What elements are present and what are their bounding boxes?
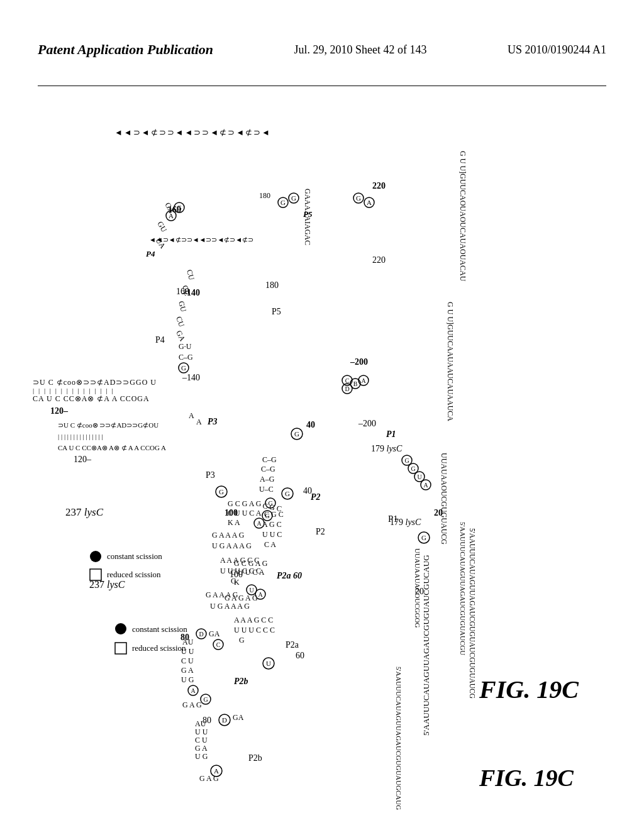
svg-text:D: D <box>345 385 349 392</box>
seq-100-lower: C U U C A <box>228 509 262 517</box>
svg-point-26 <box>90 551 101 562</box>
circ-p2a-2-t: A <box>258 591 263 598</box>
svg-text:G: G <box>411 465 415 472</box>
circ-junct-g-t: G <box>294 430 299 438</box>
publication-number: US 2010/0190244 A1 <box>508 43 606 57</box>
legend-group: constant scission reduced scission <box>90 551 162 580</box>
svg-text:◄◄⊃◄⊄⊃⊃◄◄⊃⊃◄⊄⊃◄⊄⊃◄: ◄◄⊃◄⊄⊃⊃◄◄⊃⊃◄⊄⊃◄⊄⊃◄ <box>114 128 271 137</box>
seq-left-bottom: CA U C CC⊗A⊗ ⊄A A CCOGA <box>33 394 150 403</box>
p2-seq-d: U–C <box>259 485 274 494</box>
header: Patent Application Publication Jul. 29, … <box>0 42 644 58</box>
diagram-wrapper: text { font-family: 'Times New Roman', s… <box>19 101 625 811</box>
label-237-lysc: 237 lysC <box>65 506 104 518</box>
svg-text:A: A <box>423 482 428 489</box>
p4-stem-7: C–G <box>179 353 193 362</box>
p4-stem-3: GU <box>177 300 188 313</box>
svg-text:A: A <box>367 199 372 206</box>
svg-text:G: G <box>291 194 296 202</box>
svg-rect-27 <box>90 569 101 580</box>
label-220: 220 <box>372 181 386 191</box>
p4-seq-3: UA <box>154 236 168 251</box>
p2b-label-main: P2b <box>234 677 248 686</box>
p4-stem-1: CU <box>185 268 196 281</box>
fig-title: FIG. 19C <box>479 675 579 704</box>
seq-100-ka: K A <box>228 518 240 527</box>
top-loop-nucleotides: G G G A <box>278 193 374 208</box>
svg-text:U: U <box>417 473 422 480</box>
p2a-seq-2: U U U C C C <box>220 567 261 575</box>
p4-label-main: P4 <box>146 249 155 258</box>
p2a-label-main: P2a 60 <box>277 571 302 580</box>
p2b-uu: U U <box>181 647 194 656</box>
ga-below: U G A A A G <box>212 541 252 550</box>
p2b-au: AU <box>182 638 194 646</box>
seq-left-dashes: | | | | | | | | | | | | | | | <box>33 387 114 394</box>
header-divider <box>38 86 606 86</box>
label-20: 20 <box>434 508 443 517</box>
main-diagram: text { font-family: 'Times New Roman', s… <box>20 101 624 805</box>
p2a-seq-1: A A A G C C <box>220 556 259 565</box>
svg-text:B: B <box>353 380 358 387</box>
circ-100-2-t: G <box>265 512 269 519</box>
circ-a-p2b-main-t: A <box>191 687 196 694</box>
circ-p2a-1-t: U <box>249 587 254 594</box>
label-179-lysc: 179 lysC <box>371 444 402 453</box>
legend-reduced-text: reduced scission <box>107 570 161 579</box>
p2a-seq-3: G <box>231 577 236 585</box>
circ-g-p2b-bot-t: G <box>203 696 208 703</box>
ga-100: G A A A G <box>212 531 245 540</box>
circ-p2-g-t: G <box>268 500 272 507</box>
d-ga-seq: GA <box>209 629 220 638</box>
circ-c-80-t: C <box>216 641 221 648</box>
p4-stem-6: G·U <box>179 342 192 351</box>
circ-100-1-t: A <box>257 520 262 527</box>
p1-stem: G G U A <box>402 455 431 490</box>
circ-p4-1-t: G <box>177 204 182 211</box>
p3-stem-a: A <box>189 411 194 420</box>
circ-p4-lower-t: G <box>181 364 186 372</box>
p1-right-vert: UUAUAAOUCGUGUAUCG <box>440 453 448 545</box>
svg-text:A: A <box>361 377 366 384</box>
circ-p4-2-t: A <box>169 212 174 219</box>
svg-text:G: G <box>356 194 361 202</box>
p2b-ug: U G <box>181 675 194 684</box>
p3-label-main: P3 <box>208 417 218 426</box>
p5-label-main: P5 <box>303 209 313 219</box>
seq-after-p2a: G A G A G <box>225 594 258 602</box>
label-120: 120– <box>50 406 69 416</box>
p2b-ga: G A <box>181 666 194 675</box>
circ-d-80-t: D <box>199 631 203 638</box>
label-200: –200 <box>350 357 368 367</box>
p2-seq-b: C–G <box>261 465 275 473</box>
p2b-bottom-seq: G A G <box>182 700 202 709</box>
p2-seq-a: C–G <box>262 455 277 464</box>
p4-seq-2: GU <box>155 220 169 234</box>
p2b-cu: C U <box>181 656 194 665</box>
p1-label-main: P1 <box>386 429 396 439</box>
pos-180-text: 180 <box>259 191 270 200</box>
seq-left-top: ⊃U C ⊄coo⊗⊃⊃⊄AD⊃⊃GGO U <box>33 378 157 387</box>
p2-label-main: P2 <box>311 492 321 502</box>
seq-5prime-long: 5'AAUUUCAUAGUUAGAUCGUGUAUCGUGUAUCG <box>469 528 476 699</box>
seq-5prime-right: 5'AAUUUCAUAGUUAGAUCGUGUAUCGU <box>459 522 467 655</box>
p2-seq-c: A–G <box>260 475 275 484</box>
p3-stem-b: A <box>196 418 202 426</box>
seq-100-main: G C G A G <box>228 499 262 508</box>
svg-text:G: G <box>404 457 409 464</box>
publication-date: Jul. 29, 2010 Sheet 42 of 143 <box>294 43 427 57</box>
label-40: 40 <box>306 420 315 429</box>
seq-right-top: G U U]GUUCAOUAOUCAUAOUACAU <box>458 151 467 282</box>
publication-title: Patent Application Publication <box>38 42 213 58</box>
legend-constant-text: constant scission <box>107 551 162 561</box>
p4-stem-5: GA <box>174 329 187 343</box>
page: Patent Application Publication Jul. 29, … <box>0 0 644 830</box>
svg-text:G: G <box>280 199 286 206</box>
junction-right-circs: C B A D <box>342 375 369 394</box>
p4-stem-4: CU <box>174 315 186 328</box>
